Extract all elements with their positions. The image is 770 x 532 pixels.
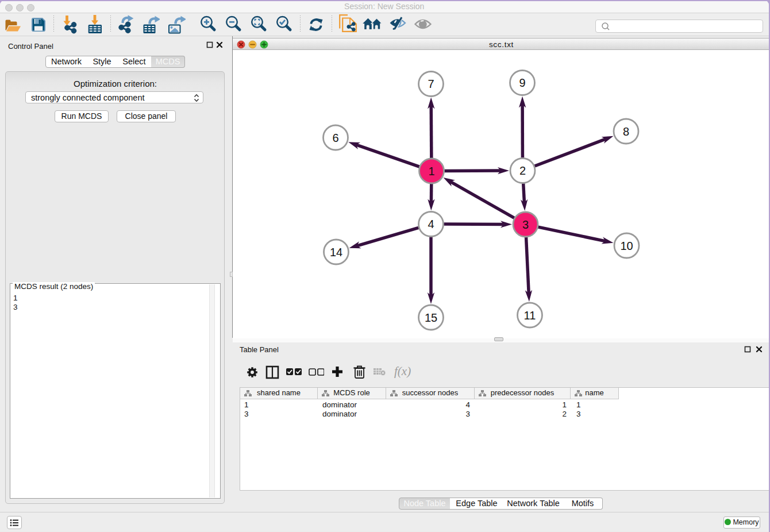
svg-text:4: 4 bbox=[428, 218, 434, 230]
svg-text:9: 9 bbox=[519, 76, 525, 89]
svg-text:11: 11 bbox=[524, 309, 536, 322]
svg-text:8: 8 bbox=[623, 125, 629, 138]
svg-text:2: 2 bbox=[519, 164, 526, 177]
svg-text:1: 1 bbox=[428, 165, 434, 178]
svg-text:6: 6 bbox=[332, 132, 338, 144]
svg-text:15: 15 bbox=[425, 311, 437, 324]
svg-text:7: 7 bbox=[428, 78, 434, 90]
svg-text:14: 14 bbox=[330, 246, 342, 259]
svg-text:10: 10 bbox=[620, 240, 633, 252]
svg-text:3: 3 bbox=[522, 218, 529, 231]
